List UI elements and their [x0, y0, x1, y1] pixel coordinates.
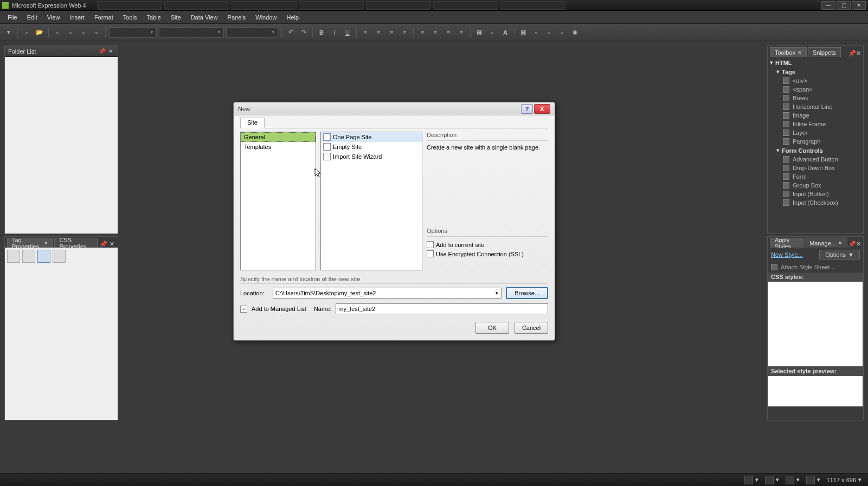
- category-list[interactable]: General Templates: [240, 132, 316, 270]
- dialog-close-button[interactable]: X: [534, 104, 550, 114]
- insert-layer-icon[interactable]: ▫: [531, 27, 542, 38]
- tagprop-btn-3[interactable]: [37, 250, 50, 263]
- bg-tab[interactable]: [97, 1, 162, 10]
- refresh-icon[interactable]: ◉: [570, 27, 581, 38]
- close-icon[interactable]: ✕: [856, 50, 861, 57]
- help-button[interactable]: ?: [521, 104, 533, 114]
- bullets-icon[interactable]: ≡: [417, 27, 428, 38]
- css-styles-list[interactable]: [768, 281, 863, 367]
- bold-icon[interactable]: B: [316, 27, 327, 38]
- align-right-icon[interactable]: ≡: [386, 27, 397, 38]
- status-icon-2[interactable]: ▾: [762, 476, 782, 484]
- bg-tab[interactable]: [299, 1, 364, 10]
- tab-toolbox[interactable]: Toolbox✕: [770, 47, 807, 57]
- maximize-button[interactable]: ▢: [837, 1, 851, 10]
- tab-apply-styles[interactable]: Apply Styles: [770, 238, 803, 248]
- toolbox-item-dropdown[interactable]: Drop-Down Box: [770, 164, 861, 172]
- indent-icon[interactable]: ≡: [456, 27, 467, 38]
- bg-tab[interactable]: [232, 1, 297, 10]
- toolbox-item-inputchk[interactable]: Input (Checkbox): [770, 198, 861, 207]
- tab-manage-styles[interactable]: Manage...✕: [805, 238, 847, 248]
- underline-icon[interactable]: U: [342, 27, 353, 38]
- save-icon[interactable]: ▫: [52, 27, 63, 38]
- pin-icon[interactable]: 📌: [848, 241, 856, 248]
- tagprop-btn-2[interactable]: [22, 250, 35, 263]
- redo-icon[interactable]: ↷: [298, 27, 309, 38]
- menu-table[interactable]: Table: [142, 12, 165, 22]
- toolbox-group-html[interactable]: ▾ HTML: [770, 58, 861, 67]
- toolbox-item-iframe[interactable]: Inline Frame: [770, 120, 861, 128]
- toolbox-item-advbutton[interactable]: Advanced Button: [770, 155, 861, 164]
- tagprop-btn-4[interactable]: [53, 250, 66, 263]
- tab-snippets[interactable]: Snippets: [808, 47, 841, 57]
- menu-help[interactable]: Help: [282, 12, 303, 22]
- insert-table-icon[interactable]: ▦: [518, 27, 529, 38]
- name-input[interactable]: my_test_site2: [336, 303, 548, 314]
- open-icon[interactable]: ▫: [21, 27, 32, 38]
- ok-button[interactable]: OK: [475, 322, 509, 334]
- site-one-page[interactable]: One Page Site: [321, 132, 422, 142]
- checkbox-add-managed[interactable]: ✓: [240, 306, 247, 313]
- align-center-icon[interactable]: ≡: [373, 27, 384, 38]
- checkbox-ssl[interactable]: [427, 250, 434, 257]
- checkbox-add-current[interactable]: [427, 241, 434, 248]
- toolbox-item-inputbtn[interactable]: Input (Button): [770, 190, 861, 198]
- bg-tab[interactable]: [164, 1, 229, 10]
- toolbox-item-span[interactable]: <span>: [770, 85, 861, 94]
- menu-tools[interactable]: Tools: [119, 12, 142, 22]
- preview-icon[interactable]: ▫: [65, 27, 76, 38]
- toolbox-item-div[interactable]: <div>: [770, 76, 861, 85]
- bg-tab[interactable]: [500, 1, 565, 10]
- align-justify-icon[interactable]: ≡: [399, 27, 410, 38]
- menu-format[interactable]: Format: [90, 12, 118, 22]
- browse-button[interactable]: Browse...: [506, 287, 548, 299]
- category-general[interactable]: General: [241, 132, 316, 142]
- menu-edit[interactable]: Edit: [23, 12, 42, 22]
- align-left-icon[interactable]: ≡: [360, 27, 371, 38]
- menu-insert[interactable]: Insert: [65, 12, 89, 22]
- close-button[interactable]: ✕: [852, 1, 866, 10]
- new-icon[interactable]: ▾: [3, 27, 14, 38]
- menu-file[interactable]: File: [3, 12, 22, 22]
- fontcolor-icon[interactable]: A: [500, 27, 511, 38]
- site-type-list[interactable]: One Page Site Empty Site Import Site Wiz…: [320, 132, 422, 270]
- toolbox-group-tags[interactable]: ▾ Tags: [770, 67, 861, 76]
- status-icon-4[interactable]: ▾: [803, 476, 824, 484]
- tagprop-btn-1[interactable]: [7, 250, 20, 263]
- toolbox-item-hr[interactable]: Horizontal Line: [770, 102, 861, 111]
- minimize-button[interactable]: —: [821, 1, 835, 10]
- close-icon[interactable]: ✕: [856, 241, 861, 248]
- tab-css-properties[interactable]: CSS Properties: [54, 238, 98, 248]
- paste-icon[interactable]: ▫: [91, 27, 102, 38]
- menu-panels[interactable]: Panels: [223, 12, 250, 22]
- bg-tab[interactable]: [433, 1, 498, 10]
- toolbox-item-layer[interactable]: Layer: [770, 128, 861, 137]
- toolbox-item-break[interactable]: Break: [770, 94, 861, 102]
- options-button[interactable]: Options ▼: [819, 250, 860, 260]
- style-combo[interactable]: ▼: [109, 27, 157, 38]
- toolbox-item-groupbox[interactable]: Group Box: [770, 181, 861, 190]
- menu-view[interactable]: View: [43, 12, 65, 22]
- toolbox-item-paragraph[interactable]: Paragraph: [770, 137, 861, 146]
- italic-icon[interactable]: I: [329, 27, 340, 38]
- highlight-icon[interactable]: ▫: [487, 27, 498, 38]
- publish-icon[interactable]: ▫: [78, 27, 89, 38]
- cancel-button[interactable]: Cancel: [515, 322, 548, 334]
- category-templates[interactable]: Templates: [241, 142, 316, 152]
- size-combo[interactable]: ▼: [226, 27, 278, 38]
- status-icon-3[interactable]: ▾: [782, 476, 803, 484]
- tab-tag-properties[interactable]: Tag Properties✕: [7, 238, 53, 248]
- new-style-link[interactable]: New Style...: [771, 251, 803, 258]
- menu-window[interactable]: Window: [251, 12, 281, 22]
- menu-site[interactable]: Site: [166, 12, 185, 22]
- outdent-icon[interactable]: ≡: [443, 27, 454, 38]
- bg-tab[interactable]: [366, 1, 431, 10]
- site-empty[interactable]: Empty Site: [321, 142, 422, 152]
- hyperlink-icon[interactable]: ▫: [557, 27, 568, 38]
- undo-icon[interactable]: ↶: [285, 27, 296, 38]
- attach-stylesheet-link[interactable]: Attach Style Sheet...: [781, 264, 835, 270]
- toolbox-item-image[interactable]: Image: [770, 111, 861, 120]
- pin-icon[interactable]: 📌: [848, 50, 856, 57]
- numbering-icon[interactable]: ≡: [430, 27, 441, 38]
- font-combo[interactable]: ▼: [159, 27, 224, 38]
